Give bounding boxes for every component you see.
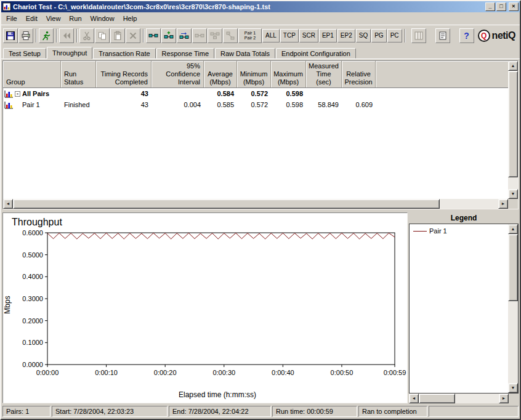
ungroup-pairs-button[interactable] — [223, 28, 238, 43]
delete-button[interactable] — [126, 28, 140, 43]
scroll-down-button[interactable]: ▼ — [508, 189, 518, 199]
table-hscroll-track[interactable] — [13, 199, 498, 209]
col-average[interactable]: Average (Mbps) — [204, 61, 237, 87]
legend-scroll-left-button[interactable]: ◄ — [409, 394, 419, 403]
legend-vertical-scrollbar[interactable]: ▲ ▼ — [508, 224, 518, 393]
table-row-all-pairs[interactable]: - All Pairs 43 0.584 0.572 0.598 — [3, 88, 508, 99]
legend-scroll-right-button[interactable]: ► — [499, 394, 509, 403]
view-sq-button[interactable]: SQ — [356, 29, 371, 42]
help-button[interactable]: ? — [459, 28, 474, 43]
menu-view[interactable]: View — [42, 13, 65, 24]
scroll-left-button[interactable]: ◄ — [3, 199, 13, 209]
view-pg-button[interactable]: PG — [371, 29, 386, 42]
throughput-chart-panel: Throughput Mbps 0.00000.10000.20000.3000… — [2, 212, 408, 403]
close-button[interactable]: × — [509, 2, 519, 11]
menu-edit[interactable]: Edit — [22, 13, 42, 24]
chart-y-axis-label: Mbps — [3, 296, 12, 313]
chart-x-axis-label: Elapsed time (h:mm:ss) — [3, 390, 407, 403]
legend-horizontal-scrollbar[interactable]: ◄ ► — [409, 394, 509, 403]
legend-scroll-down-button[interactable]: ▼ — [508, 383, 518, 393]
col-timing-records[interactable]: Timing Records Completed — [96, 61, 151, 87]
edit-pair-button[interactable] — [177, 28, 192, 43]
legend-title: Legend — [409, 212, 519, 224]
tab-raw-data-totals[interactable]: Raw Data Totals — [215, 48, 275, 59]
status-start-time: Start: 7/28/2004, 22:03:23 — [52, 406, 168, 417]
print-button[interactable] — [18, 28, 33, 43]
printer-icon — [21, 31, 31, 41]
menu-run[interactable]: Run — [65, 13, 86, 24]
view-scr-button[interactable]: SCR — [299, 29, 318, 42]
swap-pair-order-button[interactable]: Pair 1 Pair 2 — [238, 28, 262, 43]
legend-vscroll-track[interactable] — [508, 234, 518, 383]
tab-throughput[interactable]: Throughput — [47, 47, 92, 59]
legend-scroll-up-button[interactable]: ▲ — [508, 224, 518, 234]
toolbar-separator — [405, 29, 406, 42]
tab-test-setup[interactable]: Test Setup — [3, 48, 46, 59]
window-title: Chariot Test - C:\_work\data\router\3com… — [13, 3, 484, 10]
col-minimum[interactable]: Minimum (Mbps) — [237, 61, 271, 87]
copy-button[interactable] — [95, 28, 110, 43]
scroll-right-button[interactable]: ► — [498, 199, 508, 209]
console-button[interactable] — [435, 28, 450, 43]
add-pair-button[interactable] — [146, 28, 161, 43]
toolbar: Pair 1 Pair 2 ALL TCP SCR EP1 EP2 SQ PG … — [1, 25, 520, 46]
cut-button[interactable] — [79, 28, 94, 43]
runner-icon — [41, 31, 51, 41]
run-test-button[interactable] — [39, 28, 54, 43]
app-icon — [2, 2, 11, 11]
svg-text:0:00:30: 0:00:30 — [212, 369, 235, 376]
netiq-logo: Q netiQ — [478, 30, 518, 42]
cell-timing-records: 43 — [96, 90, 151, 97]
col-maximum[interactable]: Maximum (Mbps) — [271, 61, 306, 87]
col-group[interactable]: Group — [3, 61, 61, 87]
view-all-button[interactable]: ALL — [262, 29, 280, 42]
group-pairs-button[interactable] — [208, 28, 222, 43]
tab-transaction-rate[interactable]: Transaction Rate — [93, 48, 155, 59]
legend-item-pair-1[interactable]: Pair 1 — [411, 227, 507, 235]
menu-window[interactable]: Window — [86, 13, 119, 24]
abort-test-button[interactable] — [59, 28, 74, 43]
add-multicast-group-button[interactable] — [161, 28, 176, 43]
cell-minimum: 0.572 — [237, 90, 271, 97]
tab-endpoint-configuration[interactable]: Endpoint Configuration — [276, 48, 356, 59]
tab-response-time[interactable]: Response Time — [156, 48, 214, 59]
collapse-icon[interactable]: - — [15, 91, 20, 97]
svg-text:0.3000: 0.3000 — [22, 295, 43, 302]
status-end-time: End: 7/28/2004, 22:04:22 — [169, 406, 271, 417]
view-ep2-button[interactable]: EP2 — [337, 29, 355, 42]
table-vscroll-thumb[interactable] — [508, 71, 518, 177]
legend-hscroll-track[interactable] — [419, 394, 499, 403]
table-vscroll-track[interactable] — [508, 71, 518, 189]
svg-text:0.5000: 0.5000 — [22, 251, 43, 259]
replicate-pair-button[interactable] — [192, 28, 207, 43]
minimize-button[interactable]: _ — [485, 2, 495, 11]
view-ep1-button[interactable]: EP1 — [319, 29, 337, 42]
maximize-button[interactable]: □ — [496, 2, 506, 11]
view-tcp-button[interactable]: TCP — [280, 29, 299, 42]
paste-button[interactable] — [110, 28, 125, 43]
view-pc-button[interactable]: PC — [387, 29, 402, 42]
title-bar[interactable]: Chariot Test - C:\_work\data\router\3com… — [1, 1, 520, 12]
group-label: All Pairs — [22, 90, 49, 97]
legend-vscroll-thumb[interactable] — [508, 234, 518, 301]
table-vertical-scrollbar[interactable]: ▲ ▼ — [508, 61, 518, 199]
throughput-tab-content: Group Run Status Timing Records Complete… — [1, 59, 520, 405]
col-confidence-interval[interactable]: 95% Confidence Interval — [151, 61, 204, 87]
col-measured-time[interactable]: Measured Time (sec) — [306, 61, 342, 87]
legend-hscroll-thumb[interactable] — [419, 394, 455, 403]
menu-file[interactable]: File — [2, 13, 22, 24]
pair-ungroup-disabled-icon — [225, 31, 235, 41]
col-relative-precision[interactable]: Relative Precision — [342, 61, 376, 87]
column-options-button[interactable] — [411, 28, 426, 43]
table-horizontal-scrollbar[interactable]: ◄ ► — [3, 199, 508, 209]
table-hscroll-thumb[interactable] — [13, 199, 440, 209]
cell-average: 0.584 — [204, 90, 237, 97]
table-row-pair-1[interactable]: Pair 1 Finished 43 0.004 0.585 0.572 0.5… — [3, 99, 508, 110]
col-filler — [376, 61, 508, 87]
col-run-status[interactable]: Run Status — [61, 61, 96, 87]
scroll-up-button[interactable]: ▲ — [508, 61, 518, 71]
save-button[interactable] — [3, 28, 18, 43]
toolbar-separator — [143, 29, 144, 42]
menu-help[interactable]: Help — [119, 13, 142, 24]
legend-item-label: Pair 1 — [429, 227, 447, 235]
